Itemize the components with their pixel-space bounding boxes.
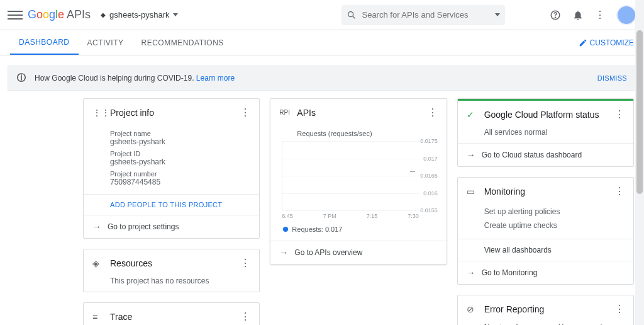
info-icon: ⓘ xyxy=(17,72,26,84)
project-number-label: Project number xyxy=(110,170,250,178)
chart-legend: Requests: 0.017 xyxy=(279,222,437,238)
error-text: No sign of any errors. Have you set up E… xyxy=(458,322,633,325)
status-title: Google Cloud Platform status xyxy=(484,110,614,120)
project-info-icon: ⋮⋮ xyxy=(92,108,104,118)
search-box[interactable] xyxy=(341,5,505,25)
project-number-value: 750987445485 xyxy=(110,178,250,186)
error-title: Error Reporting xyxy=(484,304,614,314)
resources-icon: ◈ xyxy=(92,258,104,268)
project-settings-link[interactable]: →Go to project settings xyxy=(84,215,259,238)
project-name: gsheets-pyshark xyxy=(109,10,169,20)
apis-chart: 0.0175 0.017 0.0165 0.016 0.0155 xyxy=(282,141,437,210)
apis-overview-link[interactable]: →Go to APIs overview xyxy=(270,241,446,264)
scrollbar-thumb[interactable] xyxy=(636,30,643,194)
monitoring-uptime-link[interactable]: Create uptime checks xyxy=(484,219,625,232)
arrow-icon: → xyxy=(467,150,475,160)
scrollbar[interactable] xyxy=(635,0,644,325)
search-dropdown-icon[interactable] xyxy=(495,13,500,16)
notifications-icon[interactable] xyxy=(572,9,584,21)
status-text: All services normal xyxy=(458,128,633,143)
svg-point-3 xyxy=(555,17,555,18)
search-input[interactable] xyxy=(357,10,495,20)
more-icon[interactable]: ⋮ xyxy=(595,9,605,21)
search-icon xyxy=(347,10,357,20)
arrow-icon: → xyxy=(92,222,101,232)
svg-line-1 xyxy=(353,16,355,18)
monitoring-viewall-link[interactable]: View all dashboards xyxy=(458,239,633,261)
monitoring-goto-link[interactable]: →Go to Monitoring xyxy=(458,261,633,284)
card-menu-icon[interactable]: ⋮ xyxy=(240,106,250,118)
chart-subtitle: Requests (requests/sec) xyxy=(279,130,437,137)
project-icon: ◆ xyxy=(101,11,106,18)
card-menu-icon[interactable]: ⋮ xyxy=(614,185,625,197)
project-id-value: gsheets-pyshark xyxy=(110,157,250,166)
top-bar: Google APIs ◆ gsheets-pyshark ⋮ xyxy=(0,0,644,30)
resources-title: Resources xyxy=(110,258,240,268)
apis-title: APIs xyxy=(297,108,427,118)
avatar[interactable] xyxy=(616,5,636,25)
card-menu-icon[interactable]: ⋮ xyxy=(240,311,250,322)
customize-button[interactable]: CUSTOMIZE xyxy=(579,38,634,47)
menu-icon[interactable] xyxy=(8,8,23,23)
monitoring-title: Monitoring xyxy=(484,186,614,197)
monitoring-icon: ▭ xyxy=(467,186,478,197)
api-icon: RPI xyxy=(279,109,291,116)
monitoring-card: ▭ Monitoring ⋮ Set up alerting policies … xyxy=(457,177,634,285)
project-name-value: gsheets-pyshark xyxy=(110,137,250,146)
project-info-title: Project info xyxy=(110,108,240,118)
banner-learn-more-link[interactable]: Learn more xyxy=(196,74,235,83)
project-id-label: Project ID xyxy=(110,150,250,157)
monitoring-alerting-link[interactable]: Set up alerting policies xyxy=(484,205,625,219)
tab-activity[interactable]: ACTIVITY xyxy=(79,30,133,55)
card-menu-icon[interactable]: ⋮ xyxy=(240,257,250,269)
add-people-link[interactable]: ADD PEOPLE TO THIS PROJECT xyxy=(84,194,259,215)
banner-text: How Google Cloud is helping during COVID… xyxy=(35,74,235,83)
error-reporting-card: ⊘ Error Reporting ⋮ No sign of any error… xyxy=(457,295,634,325)
trace-card: ≡ Trace ⋮ No trace data from the past 7 … xyxy=(83,302,260,325)
tab-recommendations[interactable]: RECOMMENDATIONS xyxy=(133,30,233,55)
trace-title: Trace xyxy=(110,312,240,322)
tab-bar: DASHBOARD ACTIVITY RECOMMENDATIONS CUSTO… xyxy=(0,30,644,55)
google-logo: Google xyxy=(28,8,64,21)
project-name-label: Project name xyxy=(110,130,250,137)
card-menu-icon[interactable]: ⋮ xyxy=(614,108,625,120)
legend-dot-icon xyxy=(283,227,288,232)
resources-empty-text: This project has no resources xyxy=(84,277,259,292)
resources-card: ◈ Resources ⋮ This project has no resour… xyxy=(83,249,260,292)
status-icon: ✓ xyxy=(467,110,478,120)
pencil-icon xyxy=(579,38,587,47)
project-picker[interactable]: ◆ gsheets-pyshark xyxy=(101,10,178,20)
status-dashboard-link[interactable]: →Go to Cloud status dashboard xyxy=(458,143,633,166)
arrow-icon: → xyxy=(279,248,288,258)
tab-dashboard[interactable]: DASHBOARD xyxy=(10,30,79,55)
banner-dismiss-button[interactable]: DISMISS xyxy=(597,74,627,82)
project-info-card: ⋮⋮ Project info ⋮ Project name gsheets-p… xyxy=(83,98,260,239)
trace-icon: ≡ xyxy=(92,312,104,322)
svg-point-0 xyxy=(348,11,353,16)
covid-banner: ⓘ How Google Cloud is helping during COV… xyxy=(8,66,636,91)
apis-label: APIs xyxy=(67,8,91,21)
status-card: ✓ Google Cloud Platform status ⋮ All ser… xyxy=(457,98,634,167)
card-menu-icon[interactable]: ⋮ xyxy=(428,106,438,118)
chevron-down-icon xyxy=(173,13,178,16)
help-icon[interactable] xyxy=(550,9,561,21)
error-icon: ⊘ xyxy=(467,304,478,314)
card-menu-icon[interactable]: ⋮ xyxy=(614,303,625,315)
chart-data-mark xyxy=(410,171,415,172)
apis-card: RPI APIs ⋮ Requests (requests/sec) 0.017… xyxy=(270,98,447,265)
arrow-icon: → xyxy=(467,268,475,278)
